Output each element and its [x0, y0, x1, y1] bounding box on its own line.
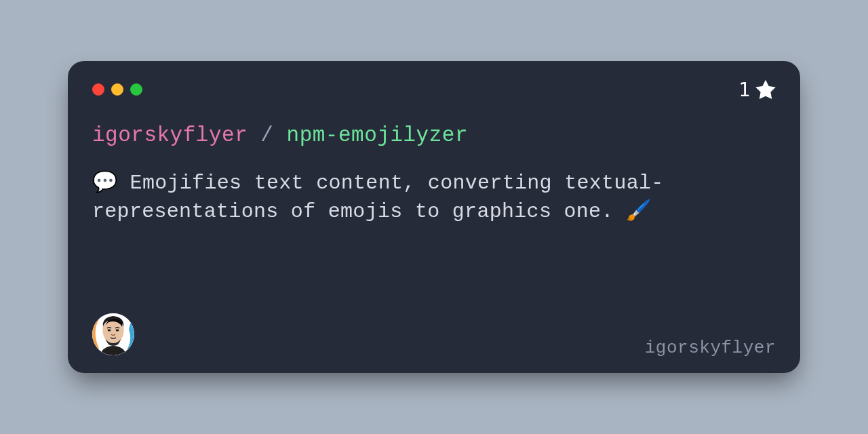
card-topbar: 1 — [92, 80, 776, 99]
owner-handle: igorskyflyer — [645, 338, 776, 358]
star-count: 1 — [738, 79, 750, 101]
avatar — [92, 313, 134, 355]
repo-title: igorskyflyer / npm-emojilyzer — [92, 122, 776, 149]
close-light-icon — [92, 83, 104, 96]
repo-description: 💬 Emojifies text content, converting tex… — [92, 170, 730, 226]
minimize-light-icon — [111, 83, 123, 96]
repo-name: npm-emojilyzer — [287, 123, 468, 147]
svg-point-3 — [116, 329, 119, 331]
repo-owner: igorskyflyer — [92, 123, 248, 147]
star-icon — [755, 79, 776, 100]
zoom-light-icon — [130, 83, 142, 96]
star-counter: 1 — [738, 79, 776, 101]
repo-slash: / — [248, 123, 286, 147]
window-traffic-lights — [92, 83, 142, 96]
repo-card: 1 igorskyflyer / npm-emojilyzer 💬 Emojif… — [68, 61, 800, 373]
avatar-icon — [92, 313, 134, 355]
svg-point-2 — [108, 329, 111, 331]
